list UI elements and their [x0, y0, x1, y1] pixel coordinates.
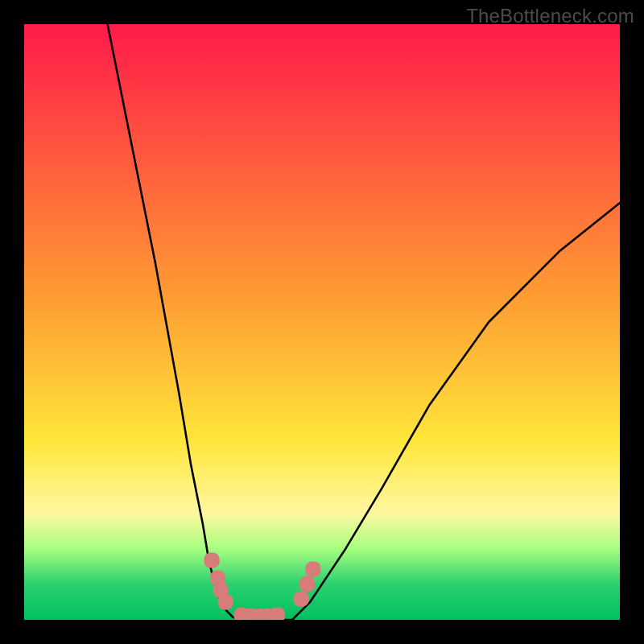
- data-marker: [204, 552, 219, 568]
- watermark-text: TheBottleneck.com: [466, 5, 634, 27]
- data-marker: [293, 591, 308, 606]
- chart-frame: TheBottleneck.com: [0, 0, 644, 644]
- gradient-background: [24, 24, 620, 620]
- data-marker: [305, 561, 320, 576]
- data-marker: [270, 607, 285, 620]
- data-marker: [299, 576, 315, 592]
- plot-area: [24, 24, 620, 620]
- data-marker: [218, 594, 233, 609]
- chart-svg: [24, 24, 620, 620]
